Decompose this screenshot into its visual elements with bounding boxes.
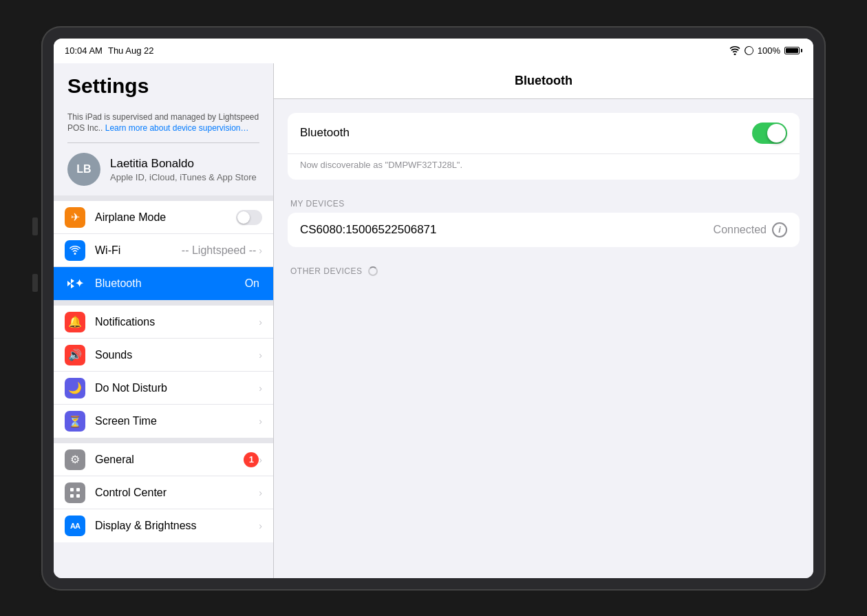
sidebar-item-controlcenter[interactable]: Control Center ›	[54, 476, 273, 509]
user-name: Laetitia Bonaldo	[110, 157, 257, 171]
status-right: 100%	[729, 45, 802, 56]
panel-title: Bluetooth	[515, 74, 572, 88]
section-notifications: 🔔 Notifications › 🔊 Sounds › 🌙 Do Not Di…	[54, 306, 273, 438]
donotdisturb-icon: 🌙	[65, 378, 85, 399]
sidebar-header: Settings	[54, 63, 273, 103]
svg-rect-2	[70, 494, 74, 498]
panel-content: Bluetooth Now discoverable as "DMPWF32TJ…	[274, 99, 813, 578]
airplane-label: Airplane Mode	[95, 211, 236, 224]
ipad-frame: 10:04 AM Thu Aug 22 100%	[41, 26, 826, 591]
do-not-disturb-icon	[745, 46, 753, 55]
general-badge: 1	[244, 452, 259, 467]
svg-rect-3	[76, 494, 80, 498]
airplane-icon: ✈	[65, 207, 85, 228]
svg-rect-1	[76, 488, 80, 491]
supervised-notice: This iPad is supervised and managed by L…	[54, 103, 273, 143]
section-divider-1	[54, 195, 273, 201]
bluetooth-panel: Bluetooth Bluetooth Now discoverable as …	[274, 63, 813, 578]
notifications-label: Notifications	[95, 316, 259, 328]
avatar: LB	[67, 153, 100, 186]
panel-header: Bluetooth	[274, 63, 813, 99]
volume-button	[32, 217, 38, 235]
bt-toggle-row: Bluetooth	[288, 113, 800, 154]
screentime-chevron: ›	[259, 416, 262, 427]
sounds-label: Sounds	[95, 349, 259, 361]
sidebar-item-sounds[interactable]: 🔊 Sounds ›	[54, 339, 273, 372]
battery-percent: 100%	[758, 45, 780, 56]
controlcenter-icon	[65, 482, 85, 503]
wifi-value: -- Lightspeed --	[182, 244, 257, 257]
general-chevron: ›	[259, 454, 262, 465]
svg-rect-0	[70, 488, 74, 491]
device-name: CS6080:15006522506871	[300, 223, 714, 237]
bt-toggle-label: Bluetooth	[300, 126, 752, 140]
battery-icon	[784, 47, 802, 54]
screentime-icon: ⏳	[65, 411, 85, 432]
bluetooth-label: Bluetooth	[95, 277, 245, 290]
sidebar: Settings This iPad is supervised and man…	[54, 63, 274, 578]
status-date: Thu Aug 22	[108, 45, 154, 56]
user-info: Laetitia Bonaldo Apple ID, iCloud, iTune…	[110, 157, 257, 182]
wifi-chevron: ›	[259, 245, 262, 256]
sidebar-item-notifications[interactable]: 🔔 Notifications ›	[54, 306, 273, 339]
status-time: 10:04 AM	[65, 45, 103, 56]
sidebar-item-general[interactable]: ⚙ General 1 ›	[54, 443, 273, 476]
device-row[interactable]: CS6080:15006522506871 Connected i	[288, 213, 800, 247]
wifi-icon	[729, 46, 740, 55]
user-profile[interactable]: LB Laetitia Bonaldo Apple ID, iCloud, iT…	[54, 143, 273, 195]
section-connectivity: ✈ Airplane Mode	[54, 201, 273, 300]
display-label: Display & Brightness	[95, 520, 259, 532]
device-info-button[interactable]: i	[772, 222, 787, 237]
screentime-label: Screen Time	[95, 415, 259, 427]
my-devices-header: MY DEVICES	[288, 193, 800, 213]
bluetooth-card: Bluetooth Now discoverable as "DMPWF32TJ…	[288, 113, 800, 180]
section-general: ⚙ General 1 ›	[54, 443, 273, 542]
bluetooth-toggle-knob	[767, 124, 786, 142]
sidebar-item-airplane[interactable]: ✈ Airplane Mode	[54, 201, 273, 234]
supervised-link[interactable]: Learn more about device supervision…	[105, 123, 249, 133]
airplane-toggle-knob	[237, 211, 250, 224]
airplane-toggle[interactable]	[236, 210, 262, 225]
sidebar-title: Settings	[67, 74, 259, 98]
loading-spinner	[368, 266, 378, 276]
sidebar-item-wifi[interactable]: Wi-Fi -- Lightspeed -- ›	[54, 234, 273, 267]
controlcenter-chevron: ›	[259, 487, 262, 498]
sidebar-item-screentime[interactable]: ⏳ Screen Time ›	[54, 405, 273, 438]
general-label: General	[95, 454, 244, 466]
general-icon: ⚙	[65, 449, 85, 470]
wifi-label: Wi-Fi	[95, 244, 182, 257]
ipad-screen: 10:04 AM Thu Aug 22 100%	[54, 39, 813, 578]
donotdisturb-chevron: ›	[259, 383, 262, 394]
display-icon: AA	[65, 516, 85, 536]
other-devices-header: OTHER DEVICES	[288, 261, 800, 280]
main-content: Settings This iPad is supervised and man…	[54, 63, 813, 578]
status-left: 10:04 AM Thu Aug 22	[65, 45, 153, 56]
sounds-icon: 🔊	[65, 345, 85, 365]
bluetooth-value: On	[245, 277, 259, 290]
device-status: Connected	[714, 224, 767, 236]
user-subtitle: Apple ID, iCloud, iTunes & App Store	[110, 172, 257, 182]
bluetooth-toggle[interactable]	[752, 123, 787, 144]
bluetooth-icon: ✦	[65, 273, 85, 294]
sidebar-item-donotdisturb[interactable]: 🌙 Do Not Disturb ›	[54, 372, 273, 405]
controlcenter-label: Control Center	[95, 487, 259, 499]
donotdisturb-label: Do Not Disturb	[95, 382, 259, 394]
notifications-chevron: ›	[259, 317, 262, 328]
sidebar-item-display[interactable]: AA Display & Brightness ›	[54, 509, 273, 542]
section-divider-2	[54, 300, 273, 306]
notifications-icon: 🔔	[65, 312, 85, 332]
sounds-chevron: ›	[259, 350, 262, 361]
bt-discoverable-text: Now discoverable as "DMPWF32TJ28L".	[288, 154, 800, 180]
section-divider-3	[54, 438, 273, 443]
display-chevron: ›	[259, 520, 262, 531]
status-bar: 10:04 AM Thu Aug 22 100%	[54, 39, 813, 63]
sidebar-item-bluetooth[interactable]: ✦ Bluetooth On	[54, 267, 273, 300]
wifi-settings-icon	[65, 240, 85, 261]
volume-down-button	[32, 274, 38, 292]
devices-card: CS6080:15006522506871 Connected i	[288, 213, 800, 247]
